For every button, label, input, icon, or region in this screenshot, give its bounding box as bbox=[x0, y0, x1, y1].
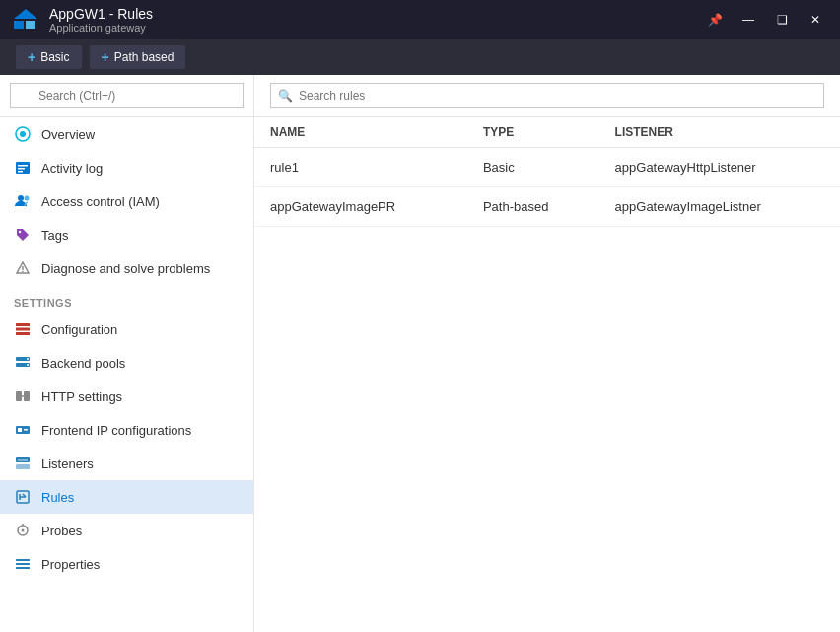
properties-icon bbox=[14, 555, 32, 573]
sidebar-nav: Overview Activity log bbox=[0, 117, 253, 632]
sidebar-item-diagnose[interactable]: Diagnose and solve problems bbox=[0, 251, 253, 285]
sidebar-item-listeners[interactable]: Listeners bbox=[0, 447, 253, 480]
configuration-icon bbox=[14, 320, 32, 338]
svg-rect-3 bbox=[18, 165, 28, 167]
row1-type: Basic bbox=[467, 148, 599, 187]
sidebar-search-input[interactable] bbox=[10, 83, 244, 108]
svg-point-6 bbox=[18, 195, 24, 201]
sidebar-item-activity-log[interactable]: Activity log bbox=[0, 151, 253, 184]
window-subtitle: Application gateway bbox=[49, 22, 153, 34]
path-based-label: Path based bbox=[114, 50, 175, 64]
col-header-name: NAME bbox=[254, 117, 467, 148]
table-row[interactable]: rule1 Basic appGatewayHttpListener bbox=[254, 148, 840, 187]
svg-point-10 bbox=[22, 271, 24, 273]
svg-rect-35 bbox=[16, 563, 30, 565]
app-body: + Basic + Path based 🔍 bbox=[0, 39, 840, 632]
sidebar-label-diagnose: Diagnose and solve problems bbox=[41, 261, 210, 276]
main-search-icon: 🔍 bbox=[278, 89, 293, 103]
svg-point-32 bbox=[22, 529, 25, 532]
sidebar-item-rules[interactable]: Rules bbox=[0, 480, 253, 514]
svg-rect-18 bbox=[16, 391, 22, 401]
basic-button[interactable]: + Basic bbox=[16, 45, 82, 69]
sidebar-label-probes: Probes bbox=[41, 524, 82, 538]
restore-button[interactable]: ❑ bbox=[769, 7, 795, 33]
sidebar: 🔍 Overview bbox=[0, 75, 254, 632]
pin-button[interactable]: 📌 bbox=[702, 7, 728, 33]
sidebar-label-activity-log: Activity log bbox=[41, 161, 103, 176]
col-header-type: TYPE bbox=[467, 117, 599, 148]
svg-point-8 bbox=[19, 231, 21, 233]
activity-log-icon bbox=[14, 159, 32, 176]
window-title: AppGW1 - Rules Application gateway bbox=[49, 6, 153, 34]
overview-icon bbox=[14, 125, 32, 143]
probes-icon bbox=[14, 522, 32, 539]
sidebar-item-properties[interactable]: Properties bbox=[0, 547, 253, 581]
title-bar-left: AppGW1 - Rules Application gateway bbox=[12, 6, 153, 34]
row2-type: Path-based bbox=[467, 187, 599, 227]
sidebar-label-http-settings: HTTP settings bbox=[41, 389, 122, 404]
table-row[interactable]: appGatewayImagePR Path-based appGatewayI… bbox=[254, 187, 840, 227]
svg-rect-12 bbox=[16, 328, 30, 331]
svg-rect-5 bbox=[18, 171, 23, 173]
svg-point-17 bbox=[27, 364, 29, 366]
listeners-icon bbox=[14, 455, 32, 472]
sidebar-item-backend-pools[interactable]: Backend pools bbox=[0, 346, 253, 380]
row1-listener: appGatewayHttpListener bbox=[599, 148, 840, 187]
toolbar: + Basic + Path based bbox=[0, 39, 840, 75]
table-body: rule1 Basic appGatewayHttpListener appGa… bbox=[254, 148, 840, 227]
close-button[interactable]: ✕ bbox=[803, 7, 828, 33]
sidebar-label-listeners: Listeners bbox=[41, 456, 94, 471]
svg-rect-11 bbox=[16, 323, 30, 326]
sidebar-label-frontend-ip: Frontend IP configurations bbox=[41, 423, 191, 438]
svg-rect-19 bbox=[24, 391, 30, 401]
path-plus-icon: + bbox=[102, 49, 109, 65]
rules-table: NAME TYPE LISTENER rule1 Basic appGatewa… bbox=[254, 117, 840, 632]
tags-icon bbox=[14, 226, 32, 244]
sidebar-item-iam[interactable]: Access control (IAM) bbox=[0, 184, 253, 218]
sidebar-item-configuration[interactable]: Configuration bbox=[0, 313, 253, 346]
sidebar-label-backend-pools: Backend pools bbox=[41, 356, 125, 371]
svg-rect-25 bbox=[16, 464, 30, 469]
rules-icon bbox=[14, 488, 32, 506]
row2-listener: appGatewayImageListner bbox=[599, 187, 840, 227]
sidebar-label-tags: Tags bbox=[41, 228, 68, 243]
rules-data-table: NAME TYPE LISTENER rule1 Basic appGatewa… bbox=[254, 117, 840, 227]
app-logo bbox=[12, 6, 39, 34]
content-area: 🔍 Overview bbox=[0, 75, 840, 632]
minimize-button[interactable]: — bbox=[735, 7, 761, 33]
svg-point-7 bbox=[25, 196, 30, 201]
sidebar-label-properties: Properties bbox=[41, 557, 100, 572]
col-header-listener: LISTENER bbox=[599, 117, 840, 148]
sidebar-label-rules: Rules bbox=[41, 490, 74, 505]
svg-rect-23 bbox=[24, 429, 28, 431]
svg-rect-4 bbox=[18, 168, 25, 170]
row1-name: rule1 bbox=[254, 148, 467, 187]
basic-plus-icon: + bbox=[28, 49, 35, 65]
svg-rect-13 bbox=[16, 332, 30, 335]
svg-rect-22 bbox=[18, 428, 22, 432]
sidebar-item-frontend-ip[interactable]: Frontend IP configurations bbox=[0, 413, 253, 447]
sidebar-search-container: 🔍 bbox=[0, 75, 253, 117]
diagnose-icon bbox=[14, 259, 32, 277]
path-based-button[interactable]: + Path based bbox=[90, 45, 186, 69]
basic-label: Basic bbox=[40, 50, 69, 64]
sidebar-label-iam: Access control (IAM) bbox=[41, 194, 160, 209]
sidebar-label-overview: Overview bbox=[41, 127, 95, 142]
main-search-bar: 🔍 bbox=[254, 75, 840, 117]
frontend-ip-icon bbox=[14, 421, 32, 439]
sidebar-item-http-settings[interactable]: HTTP settings bbox=[0, 380, 253, 413]
svg-rect-24 bbox=[16, 457, 30, 462]
backend-pools-icon bbox=[14, 354, 32, 372]
svg-point-16 bbox=[27, 358, 29, 360]
sidebar-item-probes[interactable]: Probes bbox=[0, 514, 253, 547]
window-main-title: AppGW1 - Rules bbox=[49, 6, 153, 22]
main-panel: 🔍 NAME TYPE LISTENER rule1 bbox=[254, 75, 840, 632]
row2-name: appGatewayImagePR bbox=[254, 187, 467, 227]
window-controls[interactable]: 📌 — ❑ ✕ bbox=[702, 7, 828, 33]
svg-rect-36 bbox=[16, 567, 30, 569]
svg-point-1 bbox=[20, 131, 26, 137]
sidebar-item-overview[interactable]: Overview bbox=[0, 117, 253, 151]
title-bar: AppGW1 - Rules Application gateway 📌 — ❑… bbox=[0, 0, 840, 39]
sidebar-item-tags[interactable]: Tags bbox=[0, 218, 253, 251]
rules-search-input[interactable] bbox=[270, 83, 824, 108]
